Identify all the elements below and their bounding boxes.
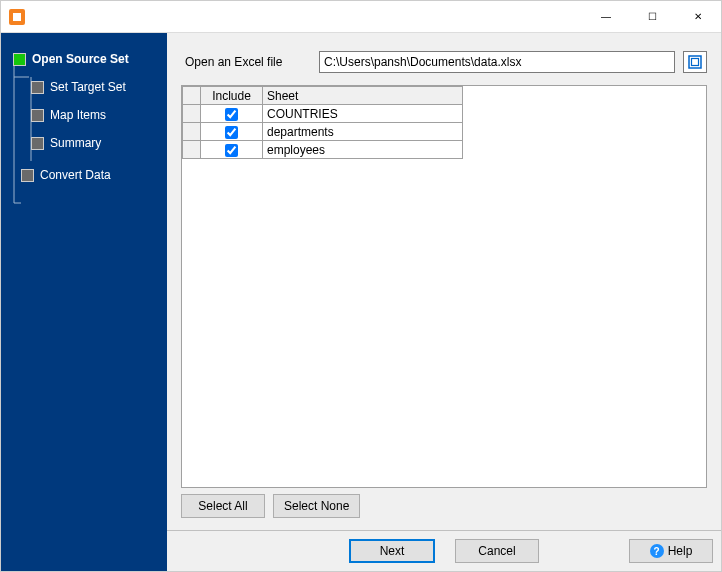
nav-label: Map Items: [50, 108, 106, 122]
svg-rect-5: [692, 59, 699, 66]
include-checkbox[interactable]: [225, 144, 238, 157]
main-panel: Open an Excel file Include Sheet: [167, 33, 721, 571]
file-path-input[interactable]: [319, 51, 675, 73]
nav-convert-data[interactable]: Convert Data: [7, 161, 167, 189]
include-checkbox[interactable]: [225, 108, 238, 121]
nav-label: Open Source Set: [32, 52, 129, 66]
sheet-table: Include Sheet COUNTRIESdepartmentsemploy…: [182, 86, 463, 159]
include-cell[interactable]: [201, 105, 263, 123]
nav-label: Summary: [50, 136, 101, 150]
table-row[interactable]: COUNTRIES: [183, 105, 463, 123]
window-controls: — ☐ ✕: [583, 2, 721, 32]
nav-step-icon: [31, 137, 44, 150]
sheet-name-cell[interactable]: employees: [263, 141, 463, 159]
sheet-name-cell[interactable]: departments: [263, 123, 463, 141]
row-header: [183, 105, 201, 123]
nav-label: Convert Data: [40, 168, 111, 182]
col-header-sheet[interactable]: Sheet: [263, 87, 463, 105]
nav-label: Set Target Set: [50, 80, 126, 94]
table-row[interactable]: employees: [183, 141, 463, 159]
help-icon: ?: [650, 544, 664, 558]
include-checkbox[interactable]: [225, 126, 238, 139]
sheet-table-container: Include Sheet COUNTRIESdepartmentsemploy…: [181, 85, 707, 488]
nav-open-source-set[interactable]: Open Source Set: [7, 45, 167, 73]
sheet-name-cell[interactable]: COUNTRIES: [263, 105, 463, 123]
browse-icon: [687, 54, 703, 70]
table-row[interactable]: departments: [183, 123, 463, 141]
select-none-button[interactable]: Select None: [273, 494, 360, 518]
help-button[interactable]: ? Help: [629, 539, 713, 563]
include-cell[interactable]: [201, 141, 263, 159]
selection-buttons-row: Select All Select None: [173, 488, 715, 524]
include-cell[interactable]: [201, 123, 263, 141]
nav-step-icon: [21, 169, 34, 182]
nav-map-items[interactable]: Map Items: [7, 101, 167, 129]
titlebar: — ☐ ✕: [1, 1, 721, 33]
close-button[interactable]: ✕: [675, 2, 721, 32]
file-open-row: Open an Excel file: [173, 39, 715, 85]
select-all-button[interactable]: Select All: [181, 494, 265, 518]
row-header-corner: [183, 87, 201, 105]
help-label: Help: [668, 544, 693, 558]
file-open-label: Open an Excel file: [181, 55, 311, 69]
maximize-button[interactable]: ☐: [629, 2, 675, 32]
col-header-include[interactable]: Include: [201, 87, 263, 105]
wizard-footer: Next Cancel ? Help: [167, 530, 721, 571]
minimize-button[interactable]: —: [583, 2, 629, 32]
svg-rect-4: [689, 56, 701, 68]
nav-step-active-icon: [13, 53, 26, 66]
app-icon: [9, 9, 25, 25]
row-header: [183, 141, 201, 159]
wizard-sidebar: Open Source Set Set Target Set Map Items…: [1, 33, 167, 571]
cancel-button[interactable]: Cancel: [455, 539, 539, 563]
next-button[interactable]: Next: [349, 539, 435, 563]
browse-button[interactable]: [683, 51, 707, 73]
row-header: [183, 123, 201, 141]
nav-step-icon: [31, 81, 44, 94]
nav-set-target-set[interactable]: Set Target Set: [7, 73, 167, 101]
nav-summary[interactable]: Summary: [7, 129, 167, 157]
nav-step-icon: [31, 109, 44, 122]
